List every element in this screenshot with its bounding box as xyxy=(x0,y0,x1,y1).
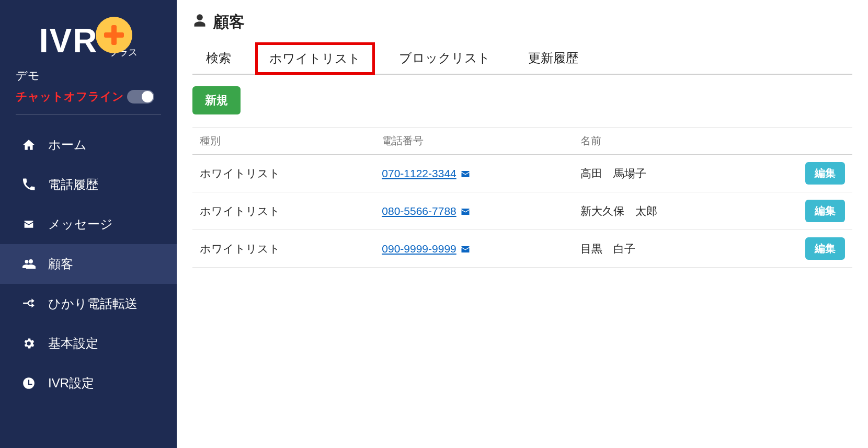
cell-actions: 編集 xyxy=(748,192,852,230)
logo: IVR プラス xyxy=(0,12,177,65)
sidebar-item-customers[interactable]: 顧客 xyxy=(0,244,177,284)
edit-button[interactable]: 編集 xyxy=(805,237,845,260)
phone-link[interactable]: 090-9999-9999 xyxy=(382,243,456,255)
phone-icon xyxy=(21,177,37,192)
table-row: ホワイトリスト070-1122-3344高田 馬場子編集 xyxy=(192,155,852,192)
cell-phone: 080-5566-7788 xyxy=(374,192,573,230)
sidebar-item-calls[interactable]: 電話履歴 xyxy=(0,165,177,204)
col-phone: 電話番号 xyxy=(374,128,573,155)
sidebar-item-label: ホーム xyxy=(48,136,87,153)
cell-name: 新大久保 太郎 xyxy=(573,192,748,230)
sidebar-item-settings[interactable]: 基本設定 xyxy=(0,324,177,363)
cell-actions: 編集 xyxy=(748,155,852,192)
user-icon xyxy=(192,13,207,31)
sidebar-divider xyxy=(16,114,161,114)
cell-name: 目黒 白子 xyxy=(573,230,748,268)
tab-history[interactable]: 更新履歴 xyxy=(515,42,592,75)
sidebar: IVR プラス デモ チャットオフライン ホーム 電話履歴 メッセージ 顧客 xyxy=(0,0,177,448)
envelope-icon xyxy=(21,216,37,232)
cell-type: ホワイトリスト xyxy=(192,155,374,192)
chat-offline-row: チャットオフライン xyxy=(0,86,177,114)
sidebar-item-label: 基本設定 xyxy=(48,335,98,352)
sidebar-item-label: メッセージ xyxy=(48,216,113,233)
gear-icon xyxy=(21,336,37,351)
shuffle-icon xyxy=(21,296,37,312)
logo-text: IVR xyxy=(39,24,98,58)
main-content: 顧客 検索 ホワイトリスト ブロックリスト 更新履歴 新規 種別 電話番号 名前… xyxy=(177,0,868,448)
tab-blocklist[interactable]: ブロックリスト xyxy=(385,42,504,75)
sidebar-item-home[interactable]: ホーム xyxy=(0,125,177,165)
col-type: 種別 xyxy=(192,128,374,155)
sidebar-item-label: IVR設定 xyxy=(48,375,94,392)
clock-icon xyxy=(21,375,37,391)
tab-whitelist[interactable]: ホワイトリスト xyxy=(255,42,375,75)
phone-link[interactable]: 070-1122-3344 xyxy=(382,167,456,179)
sidebar-item-messages[interactable]: メッセージ xyxy=(0,204,177,244)
new-button[interactable]: 新規 xyxy=(192,86,241,114)
cell-phone: 090-9999-9999 xyxy=(374,230,573,268)
sidebar-item-label: ひかり電話転送 xyxy=(48,295,138,312)
cell-actions: 編集 xyxy=(748,230,852,268)
cell-name: 高田 馬場子 xyxy=(573,155,748,192)
table-row: ホワイトリスト080-5566-7788新大久保 太郎編集 xyxy=(192,192,852,230)
tabs: 検索 ホワイトリスト ブロックリスト 更新履歴 xyxy=(192,42,852,75)
phone-link[interactable]: 080-5566-7788 xyxy=(382,205,456,217)
cell-type: ホワイトリスト xyxy=(192,192,374,230)
envelope-icon[interactable] xyxy=(460,245,471,254)
sidebar-item-label: 電話履歴 xyxy=(48,176,98,193)
cell-type: ホワイトリスト xyxy=(192,230,374,268)
sidebar-item-label: 顧客 xyxy=(48,256,73,272)
home-icon xyxy=(21,137,37,153)
page-title-row: 顧客 xyxy=(192,12,852,33)
table-row: ホワイトリスト090-9999-9999目黒 白子編集 xyxy=(192,230,852,268)
col-name: 名前 xyxy=(573,128,748,155)
edit-button[interactable]: 編集 xyxy=(805,200,845,222)
plus-icon xyxy=(96,17,132,53)
edit-button[interactable]: 編集 xyxy=(805,162,845,185)
chat-offline-text: チャットオフライン xyxy=(16,89,124,105)
col-actions xyxy=(748,128,852,155)
envelope-icon[interactable] xyxy=(460,207,471,216)
chat-offline-toggle[interactable] xyxy=(127,90,154,104)
customer-table: 種別 電話番号 名前 ホワイトリスト070-1122-3344高田 馬場子編集ホ… xyxy=(192,127,852,268)
demo-label: デモ xyxy=(0,65,177,86)
sidebar-item-forward[interactable]: ひかり電話転送 xyxy=(0,284,177,324)
users-icon xyxy=(21,256,37,272)
tab-search[interactable]: 検索 xyxy=(192,42,245,75)
cell-phone: 070-1122-3344 xyxy=(374,155,573,192)
page-title: 顧客 xyxy=(213,12,245,33)
sidebar-item-ivr[interactable]: IVR設定 xyxy=(0,363,177,403)
envelope-icon[interactable] xyxy=(460,169,471,179)
